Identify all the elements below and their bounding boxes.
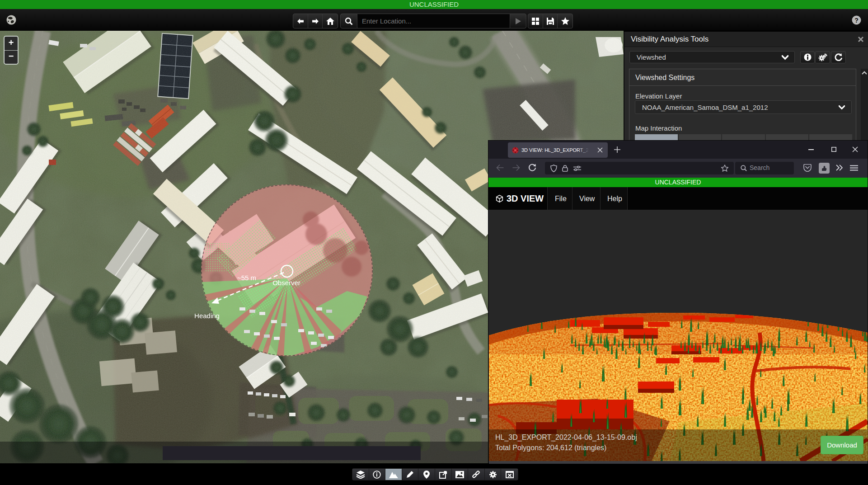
svg-text:Heading: Heading <box>194 312 220 320</box>
svg-text:~55 m: ~55 m <box>237 274 256 282</box>
svg-text:?: ? <box>854 17 859 24</box>
svg-text:Observer: Observer <box>272 279 300 287</box>
